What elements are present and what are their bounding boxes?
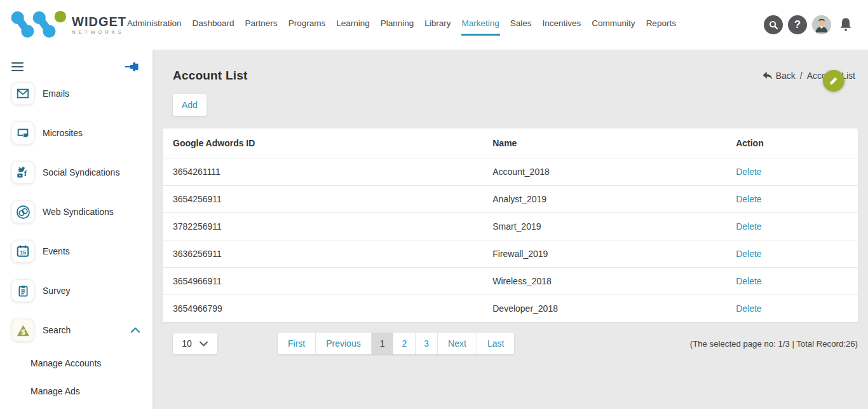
cell-google-adwords-id: 3654966911 [163, 268, 482, 295]
delete-link[interactable]: Delete [736, 194, 761, 204]
pager-page-1-button[interactable]: 1 [372, 333, 394, 354]
nav-item-library[interactable]: Library [424, 15, 451, 36]
table-row: 3654256911 Analyst_2019 Delete [163, 186, 858, 213]
table-row: 3636256911 Firewall_2019 Delete [163, 240, 858, 268]
nav-item-planning[interactable]: Planning [380, 15, 415, 36]
svg-text:f: f [24, 169, 27, 178]
pager-page-3-button[interactable]: 3 [416, 333, 438, 354]
notifications-bell-icon[interactable] [836, 15, 855, 35]
pager-last-button[interactable]: Last [477, 333, 514, 354]
envelope-icon [11, 82, 34, 105]
social-syndications-icon: f [11, 161, 34, 184]
table-row: 3782256911 Smart_2019 Delete [163, 213, 858, 240]
delete-link[interactable]: Delete [736, 249, 761, 259]
topbar: WIDGET NETWORKS Administration Dashboard… [0, 0, 868, 50]
svg-text:15: 15 [20, 249, 26, 256]
page-title: Account List [173, 69, 247, 83]
nav-item-administration[interactable]: Administration [126, 15, 182, 36]
chevron-up-icon [130, 326, 141, 335]
chevron-down-icon [199, 340, 208, 347]
cell-name: Developer_2018 [482, 295, 726, 322]
cell-name: Firewall_2019 [482, 240, 726, 268]
sidebar-item-label: Events [43, 246, 70, 256]
microsites-icon [11, 121, 34, 144]
svg-text:$: $ [21, 328, 25, 336]
sidebar-menu: Emails Microsites f Social S [0, 74, 153, 350]
pin-sidebar-icon[interactable] [125, 61, 140, 73]
nav-item-learning[interactable]: Learning [336, 15, 370, 36]
cell-name: Smart_2019 [482, 213, 726, 240]
widget-networks-logo-icon [8, 8, 67, 42]
pager-buttons: First Previous 1 2 3 Next Last [278, 333, 514, 354]
edit-button[interactable] [823, 70, 844, 92]
account-list-table: Google Adwords ID Name Action 3654261111… [163, 128, 858, 322]
search-icon[interactable] [764, 15, 783, 34]
pager-previous-button[interactable]: Previous [316, 333, 371, 354]
back-arrow-icon [762, 71, 773, 81]
sidebar-item-emails[interactable]: Emails [0, 74, 153, 113]
nav-item-programs[interactable]: Programs [288, 15, 327, 36]
help-icon[interactable]: ? [788, 15, 807, 34]
nav-item-community[interactable]: Community [591, 15, 635, 36]
sidebar-item-microsites[interactable]: Microsites [0, 113, 153, 153]
sidebar-item-survey[interactable]: Survey [0, 271, 153, 310]
pager-page-2-button[interactable]: 2 [393, 333, 416, 354]
table-header-row: Google Adwords ID Name Action [163, 128, 858, 158]
nav-item-incentives[interactable]: Incentives [542, 15, 582, 36]
paid-search-icon: $ [11, 319, 34, 342]
nav-item-reports[interactable]: Reports [646, 15, 677, 36]
sidebar-item-social-syndications[interactable]: f Social Syndications [0, 153, 153, 192]
nav-item-dashboard[interactable]: Dashboard [192, 15, 235, 36]
table-row: 3654966911 Wireless_2018 Delete [163, 268, 858, 295]
sidebar-item-web-syndications[interactable]: Web Syndications [0, 192, 153, 232]
page-size-dropdown[interactable]: 10 [173, 333, 217, 354]
cell-name: Wireless_2018 [482, 268, 726, 295]
nav-item-marketing[interactable]: Marketing [461, 15, 500, 36]
column-header-name: Name [482, 128, 726, 158]
cell-name: Analyst_2019 [482, 186, 726, 213]
cell-google-adwords-id: 3636256911 [163, 240, 482, 268]
brand-logo[interactable]: WIDGET NETWORKS [0, 8, 126, 42]
pencil-icon [829, 76, 839, 86]
add-button[interactable]: Add [173, 94, 207, 116]
topbar-icon-group: ? [764, 15, 868, 35]
column-header-google-adwords-id: Google Adwords ID [163, 128, 482, 158]
top-navigation: Administration Dashboard Partners Progra… [126, 15, 677, 36]
cell-google-adwords-id: 3654256911 [163, 186, 482, 213]
sidebar-item-label: Social Syndications [43, 167, 119, 177]
cell-google-adwords-id: 3654261111 [163, 158, 482, 186]
pagination-bar: 10 First Previous 1 2 3 Next Last (The s… [163, 333, 858, 354]
delete-link[interactable]: Delete [736, 167, 761, 177]
hamburger-menu-icon[interactable] [10, 61, 25, 73]
cell-google-adwords-id: 3654966799 [163, 295, 482, 322]
delete-link[interactable]: Delete [736, 276, 761, 286]
avatar[interactable] [812, 15, 831, 34]
sidebar-item-label: Survey [43, 286, 71, 296]
sidebar-subitem-manage-ads[interactable]: Manage Ads [0, 378, 153, 405]
sidebar-item-search[interactable]: $ Search [0, 310, 153, 350]
sidebar-item-label: Microsites [43, 128, 83, 138]
delete-link[interactable]: Delete [736, 303, 761, 314]
nav-item-sales[interactable]: Sales [510, 15, 532, 36]
table-row: 3654966799 Developer_2018 Delete [163, 295, 858, 322]
web-syndications-icon [11, 200, 34, 223]
column-header-action: Action [726, 128, 858, 158]
delete-link[interactable]: Delete [736, 221, 761, 232]
sidebar-item-label: Emails [43, 88, 69, 99]
pager-next-button[interactable]: Next [438, 333, 477, 354]
sidebar-item-events[interactable]: 15 Events [0, 232, 153, 271]
account-list-table-card: Google Adwords ID Name Action 3654261111… [163, 128, 858, 322]
sidebar-subitem-manage-accounts[interactable]: Manage Accounts [0, 350, 153, 377]
sidebar: Emails Microsites f Social S [0, 50, 153, 409]
table-row: 3654261111 Account_2018 Delete [163, 158, 858, 186]
nav-item-partners[interactable]: Partners [245, 15, 278, 36]
cell-google-adwords-id: 3782256911 [163, 213, 482, 240]
back-link[interactable]: Back [762, 71, 796, 81]
cell-name: Account_2018 [482, 158, 726, 186]
brand-tagline: NETWORKS [72, 30, 126, 36]
breadcrumb-separator: / [800, 71, 803, 81]
pager-first-button[interactable]: First [278, 333, 316, 354]
sidebar-search-submenu: Manage Accounts Manage Ads [0, 350, 153, 405]
sidebar-item-label: Web Syndications [43, 207, 114, 217]
survey-clipboard-icon [11, 279, 34, 302]
